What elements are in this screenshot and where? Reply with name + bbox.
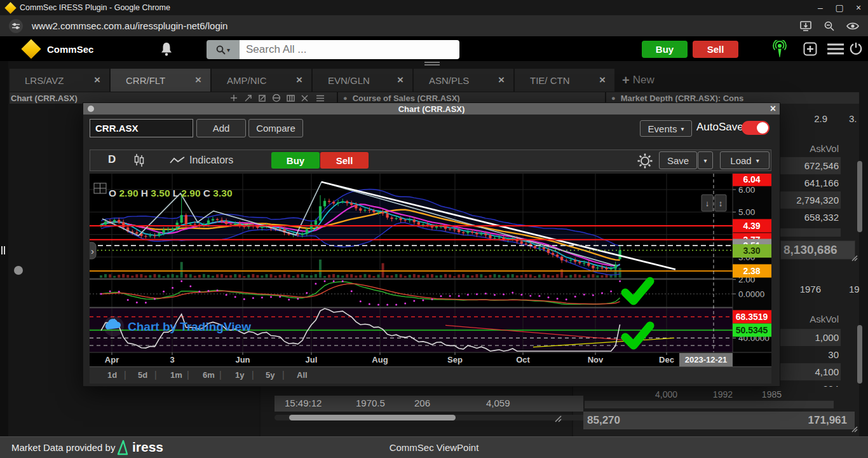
ask-cell: 1985 <box>750 389 782 399</box>
range-selector: 1d|5d|1m|6m|1y|5y|All <box>90 366 771 384</box>
search-input[interactable] <box>240 40 459 59</box>
svg-text:5.00: 5.00 <box>738 207 755 217</box>
range-All[interactable]: All <box>297 370 308 380</box>
header-buy-button[interactable]: Buy <box>642 41 688 58</box>
splitter-grip[interactable] <box>1 246 6 254</box>
tab-tiectn[interactable]: TIE/ CTN× <box>515 69 614 92</box>
tab-lrsavz[interactable]: LRS/AVZ× <box>10 69 109 92</box>
save-button[interactable]: Save <box>659 151 697 169</box>
layout-drag-handle[interactable] <box>424 62 440 66</box>
chart-dialog: Chart (CRR.ASX) × Add Compare Events ▾ A… <box>83 102 780 387</box>
hscrollbar-track[interactable] <box>275 415 588 420</box>
tab-evngln[interactable]: EVN/GLN× <box>313 69 412 92</box>
range-6m[interactable]: 6m <box>203 370 215 380</box>
gear-icon[interactable] <box>637 153 653 169</box>
caret-down-icon: ▾ <box>227 46 230 53</box>
minimize-panel-icon <box>273 94 280 101</box>
chart-buy-button[interactable]: Buy <box>271 152 320 169</box>
tab-bar: LRS/AVZ×CRR/FLT×AMP/NIC×EVN/GLN×ASN/PLS×… <box>0 69 654 92</box>
askvol-row[interactable]: 30 <box>780 346 841 363</box>
tab-ampnic[interactable]: AMP/NIC× <box>212 69 311 92</box>
maximize-button[interactable]: ▢ <box>830 3 849 13</box>
svg-text:2023-12-21: 2023-12-21 <box>685 355 728 364</box>
tab-label: LRS/AVZ <box>25 75 64 86</box>
commsec-logo <box>23 41 39 57</box>
tab-asnpls[interactable]: ASN/PLS× <box>414 69 513 92</box>
range-1d[interactable]: 1d <box>107 370 117 380</box>
svg-text:Jun: Jun <box>235 355 250 364</box>
dialog-close-icon[interactable]: × <box>770 103 776 114</box>
floating-dot-handle[interactable] <box>14 266 23 275</box>
askvol-value: 658,332 <box>804 212 839 223</box>
resize-grip-icon[interactable] <box>850 254 858 261</box>
save-dropdown-button[interactable]: ▾ <box>698 151 713 169</box>
ask-total: 171,961 <box>808 414 847 427</box>
askvol-row[interactable]: 672,546 <box>780 157 841 174</box>
candle-style-icon[interactable] <box>132 153 146 167</box>
total-volume: 8,130,686 <box>783 243 837 256</box>
course-of-sales-title: Course of Sales (CRR.ASX) <box>353 94 460 103</box>
hscrollbar-thumb[interactable] <box>289 415 456 420</box>
compare-button[interactable]: Compare <box>248 119 303 137</box>
dialog-titlebar[interactable]: Chart (CRR.ASX) × <box>83 103 780 114</box>
depth-row-strip <box>780 228 841 237</box>
askvol-rows-top: 672,546641,1662,794,320658,332 <box>780 157 841 226</box>
header-sell-button[interactable]: Sell <box>693 41 738 58</box>
eye-icon[interactable] <box>846 22 859 31</box>
address-url[interactable]: www2.commsec.com.au/iressplugin-net6/log… <box>32 20 227 31</box>
svg-text:50.5345: 50.5345 <box>736 325 768 335</box>
caret-down-icon: ▾ <box>681 125 684 132</box>
new-tab-button[interactable]: + New <box>622 69 654 92</box>
tab-close-icon[interactable]: × <box>498 74 505 87</box>
zoom-icon[interactable] <box>824 20 835 32</box>
install-app-icon[interactable] <box>799 20 812 32</box>
search-scope-selector[interactable]: ▾ <box>207 40 240 59</box>
tab-crrflt[interactable]: CRR/FLT× <box>111 69 210 92</box>
range-1m[interactable]: 1m <box>170 370 182 380</box>
range-divider: | <box>187 370 189 380</box>
add-widget-icon[interactable] <box>803 42 817 56</box>
course-of-sales-row[interactable]: 15:49:12 1970.5 206 4,059 <box>275 396 588 412</box>
scrollbar-thumb[interactable] <box>857 325 862 384</box>
site-settings-icon[interactable] <box>9 19 23 33</box>
range-divider: | <box>282 370 285 380</box>
chart-sell-button[interactable]: Sell <box>320 152 369 169</box>
range-5d[interactable]: 5d <box>138 370 147 380</box>
svg-text:0.0000: 0.0000 <box>738 289 764 299</box>
trade-time: 15:49:12 <box>285 398 322 408</box>
indicators-button[interactable]: Indicators <box>189 155 233 166</box>
askvol-row[interactable]: 658,332 <box>780 209 841 226</box>
tab-close-icon[interactable]: × <box>296 74 302 87</box>
tab-close-icon[interactable]: × <box>195 74 201 87</box>
svg-text:6.00: 6.00 <box>738 185 755 195</box>
load-button[interactable]: Load ▾ <box>720 151 770 169</box>
resize-grip-icon[interactable] <box>553 413 562 422</box>
askvol-row[interactable]: 1,000 <box>780 329 841 346</box>
price-chart-canvas[interactable]: Chart by TradingView6.005.003.002.000.00… <box>90 174 771 366</box>
events-dropdown[interactable]: Events ▾ <box>640 120 692 137</box>
tab-close-icon[interactable]: × <box>397 74 403 87</box>
askvol-row[interactable]: 641,166 <box>780 174 841 191</box>
menu-icon[interactable] <box>827 43 844 55</box>
minimize-button[interactable]: – <box>811 3 830 13</box>
autosave-toggle[interactable] <box>742 121 770 135</box>
resize-grip-icon[interactable] <box>850 425 858 433</box>
panel-toolbar-icons[interactable] <box>230 94 330 102</box>
tab-close-icon[interactable]: × <box>599 74 606 87</box>
tab-close-icon[interactable]: × <box>94 74 100 87</box>
askvol-row[interactable]: 4,100 <box>780 363 841 380</box>
askvol-row[interactable]: 2,794,320 <box>780 191 841 209</box>
interval-button[interactable]: D <box>108 153 116 166</box>
power-icon[interactable] <box>849 42 863 56</box>
add-button[interactable]: Add <box>196 119 246 137</box>
add-icon <box>231 95 237 101</box>
symbol-input[interactable] <box>90 119 193 137</box>
range-5y[interactable]: 5y <box>266 370 275 380</box>
range-1y[interactable]: 1y <box>235 370 244 380</box>
bell-icon[interactable] <box>160 42 173 56</box>
close-button[interactable]: × <box>849 3 868 13</box>
indicators-icon[interactable] <box>170 156 185 165</box>
depth-price: 1976 <box>780 284 821 295</box>
alerts-beacon-icon[interactable] <box>772 40 787 59</box>
scrollbar-thumb[interactable] <box>857 161 862 232</box>
